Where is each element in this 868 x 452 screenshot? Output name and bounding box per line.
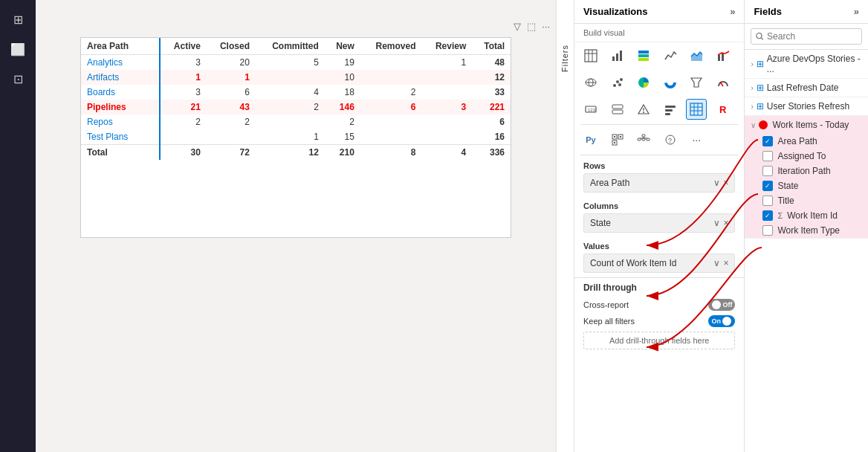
field-item-work-item-type[interactable]: Work Item Type [745,223,868,238]
sidebar-icon-grid[interactable]: ⊞ [4,6,31,33]
viz-icon-map[interactable] [580,72,601,93]
viz-icon-decomp[interactable] [633,129,654,150]
cross-report-label: Cross-report [583,300,629,309]
field-item-area-path[interactable]: ✓ Area Path [745,134,868,149]
sidebar-icon-layers[interactable]: ⊡ [4,65,31,92]
matrix-visual: Area Path Active Closed Committed New Re… [80,37,511,238]
viz-icon-multirow[interactable] [607,99,628,120]
columns-field[interactable]: State ∨ × [583,213,735,233]
values-close-icon[interactable]: × [723,258,728,268]
cell-area-pipelines: Pipelines [81,100,160,114]
icon-row-divider-2 [580,155,738,155]
field-item-assigned-to[interactable]: Assigned To [745,149,868,164]
viz-icon-more[interactable]: ··· [686,129,707,150]
rows-field[interactable]: Area Path ∨ × [583,173,735,193]
viz-icon-gauge[interactable] [713,72,733,93]
table-row: Pipelines 21 43 2 146 6 3 221 [81,100,511,114]
filters-label: Filters [560,45,569,72]
rows-close-icon[interactable]: × [723,178,728,188]
viz-icon-card[interactable]: 123 [580,99,601,120]
table-row: Artifacts 1 1 10 12 [81,70,511,85]
field-checkbox-state[interactable]: ✓ [762,181,773,191]
cell-area-boards: Boards [81,85,160,100]
viz-icon-r[interactable]: R [713,99,733,120]
focus-icon[interactable]: ⬚ [527,21,536,32]
svg-rect-6 [616,54,618,61]
values-field-value: Count of Work Item Id [590,258,677,268]
svg-rect-8 [638,51,649,54]
field-item-work-item-id[interactable]: ✓ Σ Work Item Id [745,208,868,223]
svg-rect-43 [620,136,621,138]
visualizations-panel: Visualizations » Build visual [574,0,745,452]
viz-icon-qr[interactable] [607,129,628,150]
field-group-azure-header[interactable]: › ⊞ Azure DevOps Stories - ... [745,50,868,78]
viz-icon-smart[interactable]: ? [660,129,681,150]
table-row: Repos 2 2 2 6 [81,114,511,129]
field-item-iteration-path[interactable]: Iteration Path [745,164,868,178]
field-checkbox-area-path[interactable]: ✓ [762,136,773,146]
viz-icon-stacked-bar[interactable] [633,45,654,66]
svg-rect-5 [612,56,615,61]
viz-icon-matrix[interactable] [686,99,707,120]
viz-icon-line[interactable] [660,45,681,66]
values-chevron-icon[interactable]: ∨ [713,258,720,268]
cell-active: 1 [160,70,207,85]
svg-rect-41 [614,136,615,138]
columns-field-icons: ∨ × [713,218,728,228]
search-box[interactable] [751,28,862,45]
chevron-right-icon: › [751,60,753,68]
keep-filters-toggle[interactable]: On [708,315,735,327]
cross-report-knob [712,300,721,309]
field-checkbox-title[interactable] [762,196,773,206]
col-header-review: Review [422,38,473,55]
field-checkbox-work-item-type[interactable] [762,225,773,236]
viz-icon-funnel[interactable] [686,72,707,93]
sidebar-icon-minus[interactable]: ⬜ [4,36,31,62]
col-header-total: Total [472,38,511,55]
cell-committed: 1 [256,129,325,145]
more-options-icon[interactable]: ··· [542,21,550,32]
field-checkbox-work-item-id[interactable]: ✓ [762,210,773,221]
field-item-state[interactable]: ✓ State [745,178,868,193]
filter-icon[interactable]: ▽ [514,21,521,32]
cell-new: 2 [325,114,360,129]
chevron-down-icon: ∨ [751,121,756,129]
viz-icon-grid-2 [574,69,744,96]
viz-icon-slicer[interactable] [660,99,681,120]
viz-icon-donut[interactable] [660,72,681,93]
field-group-work-items: ∨ Work Items - Today ✓ Area Path Assigne… [745,116,868,239]
viz-icon-pie[interactable] [633,72,654,93]
cell-committed: 4 [256,85,325,100]
field-group-user-stories-header[interactable]: › ⊞ User Stories Refresh [745,97,868,115]
values-field[interactable]: Count of Work Item Id ∨ × [583,254,735,273]
table-icon-3: ⊞ [757,101,764,112]
cell-area-testplans: Test Plans [81,129,160,145]
viz-icon-area[interactable] [686,45,707,66]
field-group-work-items-header[interactable]: ∨ Work Items - Today [745,116,868,134]
field-item-title[interactable]: Title [745,193,868,208]
cross-report-toggle[interactable]: Off [708,299,735,311]
viz-icon-combo[interactable] [713,45,733,66]
add-drill-through-placeholder[interactable]: Add drill-through fields here [583,332,735,349]
field-checkbox-assigned-to[interactable] [762,151,773,161]
field-group-azure-label: Azure DevOps Stories - ... [767,54,862,74]
viz-icon-bar[interactable] [607,45,628,66]
drill-through-section: Drill through Cross-report Off Keep all … [574,277,744,354]
col-header-closed: Closed [207,38,256,55]
cell-closed: 43 [207,100,256,114]
cell-new-total: 210 [325,145,360,161]
columns-chevron-icon[interactable]: ∨ [713,218,720,228]
field-checkbox-iteration-path[interactable] [762,166,773,176]
columns-close-icon[interactable]: × [723,218,728,228]
field-group-refresh-date: › ⊞ Last Refresh Date [745,79,868,97]
viz-icon-table[interactable] [580,45,601,66]
rows-chevron-icon[interactable]: ∨ [713,178,720,188]
cell-new: 146 [325,100,360,114]
viz-icon-scatter[interactable] [607,72,628,93]
search-input[interactable] [767,31,857,42]
viz-expand-icon[interactable]: » [730,6,735,17]
viz-icon-python[interactable]: Py [580,129,601,150]
fields-expand-icon[interactable]: » [854,6,859,17]
viz-icon-kpi[interactable] [633,99,654,120]
field-group-refresh-date-header[interactable]: › ⊞ Last Refresh Date [745,79,868,97]
